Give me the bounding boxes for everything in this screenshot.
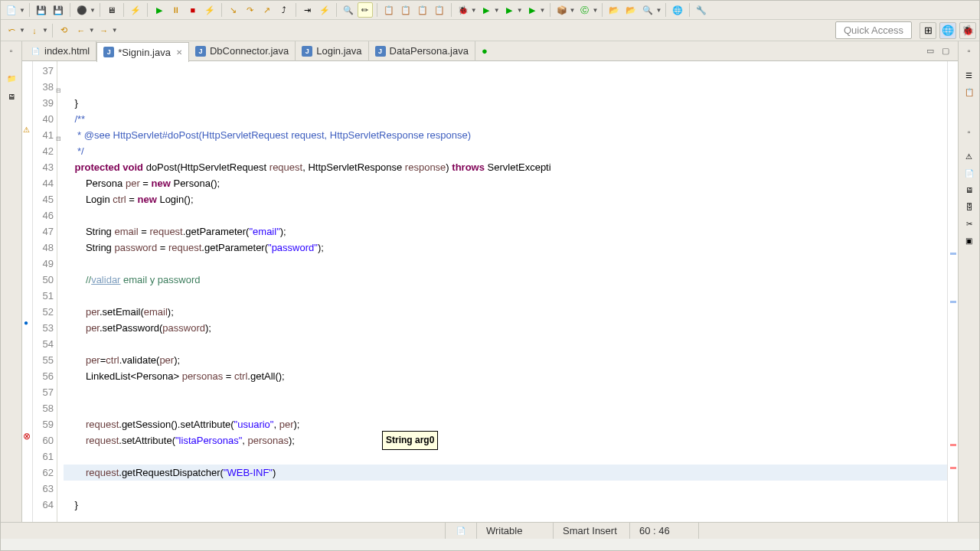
status-position: 60 : 46 bbox=[629, 523, 698, 539]
save-icon[interactable]: 💾 bbox=[34, 2, 49, 18]
tab-loginjava[interactable]: JLogin.java bbox=[296, 41, 368, 61]
tab-datapersonajava[interactable]: JDataPersona.java bbox=[369, 41, 475, 61]
nav-toolbar: ⤺▼ ↓▼ ⟲ ←▼ →▼ Quick Access ⊞ 🌐 🐞 bbox=[1, 20, 979, 41]
maximize-view-icon[interactable]: ▢ bbox=[939, 45, 952, 57]
status-writable: Writable bbox=[476, 523, 553, 539]
step-filter-icon[interactable]: ⇥ bbox=[300, 2, 315, 18]
new-servlet-icon[interactable]: 📋 bbox=[398, 2, 413, 18]
close-icon[interactable]: ✕ bbox=[176, 48, 182, 57]
search-icon[interactable]: 🔍 bbox=[341, 2, 356, 18]
tool-icon[interactable]: 🔧 bbox=[694, 2, 709, 18]
web-icon[interactable]: 🌐 bbox=[670, 2, 685, 18]
external-tools-icon[interactable]: ▶ bbox=[524, 2, 540, 18]
servers-view-icon[interactable]: 🖥 bbox=[963, 184, 975, 196]
restore-icon[interactable]: ▫ bbox=[5, 44, 18, 57]
open-type-icon[interactable]: 📂 bbox=[606, 2, 622, 18]
debug-icon[interactable]: 🐞 bbox=[456, 2, 471, 18]
new-bean-icon[interactable]: 📋 bbox=[415, 2, 430, 18]
save-all-icon[interactable]: 💾 bbox=[51, 2, 66, 18]
debug-perspective-icon[interactable]: 🐞 bbox=[959, 22, 976, 39]
open-task-icon[interactable]: 📂 bbox=[623, 2, 639, 18]
breakpoint-icon[interactable]: ⚡ bbox=[317, 2, 332, 18]
status-insert: Smart Insert bbox=[553, 523, 629, 539]
tab-indexhtml[interactable]: 📄index.html bbox=[24, 41, 96, 61]
step-over-icon[interactable]: ↷ bbox=[243, 2, 258, 18]
quick-access-input[interactable]: Quick Access bbox=[835, 21, 912, 39]
search-java-icon[interactable]: 🔍 bbox=[640, 2, 655, 18]
server-icon[interactable]: 🖥 bbox=[104, 2, 119, 18]
annotation-ruler[interactable]: ⚠●⊗ bbox=[22, 61, 33, 522]
new-class-icon[interactable]: Ⓒ bbox=[577, 2, 592, 18]
run-last-icon[interactable]: ▶ bbox=[501, 2, 517, 18]
java-ee-perspective-icon[interactable]: 🌐 bbox=[939, 22, 956, 39]
drop-frame-icon[interactable]: ⤴ bbox=[276, 2, 292, 18]
outline-icon[interactable]: ☰ bbox=[963, 69, 975, 81]
tab-dbconnectorjava[interactable]: JDbConnector.java bbox=[189, 41, 296, 61]
tab-signinjava[interactable]: J*Signin.java✕ bbox=[96, 42, 189, 62]
suspend-icon[interactable]: ⏸ bbox=[168, 2, 184, 18]
next-annotation-icon[interactable]: ↓ bbox=[27, 23, 42, 38]
back-nav-icon[interactable]: ← bbox=[74, 23, 89, 38]
editor-tabs: 📄index.htmlJ*Signin.java✕JDbConnector.ja… bbox=[22, 41, 958, 61]
disconnect-icon[interactable]: ⚡ bbox=[202, 2, 217, 18]
minimize-view-icon[interactable]: ▭ bbox=[924, 45, 936, 57]
debug-toolbar-icon[interactable]: ⚡ bbox=[128, 2, 143, 18]
tasks-icon[interactable]: 📋 bbox=[963, 86, 975, 98]
resume-icon[interactable]: ▶ bbox=[152, 2, 167, 18]
run-icon[interactable]: ▶ bbox=[479, 2, 494, 18]
profile-icon[interactable]: ⚫ bbox=[74, 2, 90, 18]
new-listener-icon[interactable]: 📋 bbox=[432, 2, 447, 18]
line-gutter[interactable]: 3738⊟394041⊟4243444546474849505152535455… bbox=[33, 61, 57, 522]
wizard-icon[interactable]: 📋 bbox=[381, 2, 397, 18]
right-trim: ▫ ☰ 📋 ▫ ⚠ 📄 🖥 🗄 ✂ ▣ bbox=[958, 41, 979, 522]
snippets-icon[interactable]: ✂ bbox=[963, 217, 975, 230]
restore-right-icon[interactable]: ▫ bbox=[963, 44, 975, 57]
new-package-icon[interactable]: 📦 bbox=[554, 2, 570, 18]
step-return-icon[interactable]: ↗ bbox=[260, 2, 275, 18]
console-icon[interactable]: ▣ bbox=[963, 234, 975, 246]
status-icon: 📄 bbox=[455, 525, 467, 537]
overview-ruler[interactable] bbox=[947, 61, 958, 522]
extra-tab-icon[interactable]: ● bbox=[475, 41, 494, 61]
step-into-icon[interactable]: ↘ bbox=[226, 2, 241, 18]
status-bar: 📄 Writable Smart Insert 60 : 46 bbox=[1, 522, 979, 539]
servers-icon[interactable]: 🖥 bbox=[5, 90, 18, 103]
terminate-icon[interactable]: ■ bbox=[185, 2, 201, 18]
new-icon[interactable]: 📄 bbox=[4, 2, 19, 18]
highlight-icon[interactable]: ✏ bbox=[358, 2, 373, 18]
properties-icon[interactable]: 📄 bbox=[963, 167, 975, 179]
dropdown-icon[interactable]: ▼ bbox=[19, 7, 25, 14]
main-toolbar: 📄▼ 💾 💾 ⚫▼ 🖥 ⚡ ▶ ⏸ ■ ⚡ ↘ ↷ ↗ ⤴ ⇥ ⚡ 🔍 ✏ 📋 … bbox=[1, 1, 979, 20]
project-explorer-icon[interactable]: 📁 bbox=[5, 72, 18, 84]
data-source-icon[interactable]: 🗄 bbox=[963, 201, 975, 213]
left-trim: ▫ 📁 🖥 bbox=[1, 41, 22, 522]
markers-icon[interactable]: ⚠ bbox=[963, 150, 975, 162]
open-perspective-icon[interactable]: ⊞ bbox=[920, 22, 936, 39]
back-icon[interactable]: ⟲ bbox=[57, 23, 72, 38]
parameter-tooltip: String arg0 bbox=[382, 431, 438, 450]
forward-nav-icon[interactable]: → bbox=[96, 23, 112, 38]
last-edit-icon[interactable]: ⤺ bbox=[4, 23, 19, 38]
restore-right2-icon[interactable]: ▫ bbox=[963, 126, 975, 138]
code-editor[interactable]: } /** * @see HttpServlet#doPost(HttpServ… bbox=[57, 61, 958, 522]
